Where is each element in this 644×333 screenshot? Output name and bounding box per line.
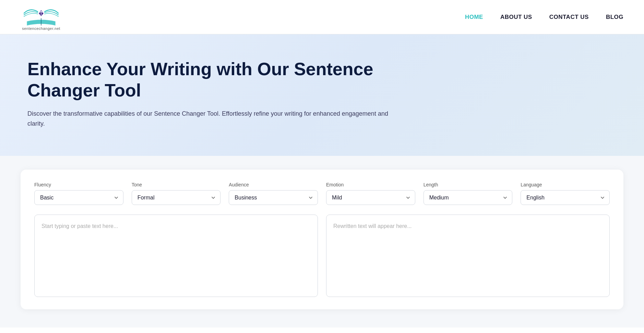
nav-about[interactable]: ABOUT US bbox=[500, 14, 532, 21]
fluency-select[interactable]: Basic Standard Advanced Expert bbox=[34, 190, 123, 205]
output-textarea[interactable] bbox=[326, 215, 610, 297]
emotion-group: Emotion Mild Neutral Strong Passionate bbox=[326, 182, 415, 205]
tone-select[interactable]: Formal Informal Professional Casual bbox=[132, 190, 221, 205]
language-group: Language English Spanish French German I… bbox=[521, 182, 610, 205]
fluency-label: Fluency bbox=[34, 182, 123, 187]
hero-section: Enhance Your Writing with Our Sentence C… bbox=[0, 34, 644, 156]
main-nav: HOME ABOUT US CONTACT US BLOG bbox=[465, 14, 623, 21]
audience-select[interactable]: Business Academic General Technical bbox=[229, 190, 318, 205]
emotion-select[interactable]: Mild Neutral Strong Passionate bbox=[326, 190, 415, 205]
header: sentencechanger.net HOME ABOUT US CONTAC… bbox=[0, 0, 644, 34]
dropdowns-row: Fluency Basic Standard Advanced Expert T… bbox=[34, 182, 610, 205]
tone-label: Tone bbox=[132, 182, 221, 187]
tone-group: Tone Formal Informal Professional Casual bbox=[132, 182, 221, 205]
nav-blog[interactable]: BLOG bbox=[606, 14, 623, 21]
logo-text: sentencechanger.net bbox=[22, 26, 60, 31]
tool-section: Fluency Basic Standard Advanced Expert T… bbox=[0, 156, 644, 328]
nav-home[interactable]: HOME bbox=[465, 14, 483, 21]
length-label: Length bbox=[424, 182, 513, 187]
nav-contact[interactable]: CONTACT US bbox=[549, 14, 589, 21]
audience-group: Audience Business Academic General Techn… bbox=[229, 182, 318, 205]
fluency-group: Fluency Basic Standard Advanced Expert bbox=[34, 182, 123, 205]
emotion-label: Emotion bbox=[326, 182, 415, 187]
length-group: Length Short Medium Long Very Long bbox=[424, 182, 513, 205]
hero-title: Enhance Your Writing with Our Sentence C… bbox=[27, 58, 405, 101]
hero-subtitle: Discover the transformative capabilities… bbox=[27, 109, 405, 129]
audience-label: Audience bbox=[229, 182, 318, 187]
textareas-row bbox=[34, 215, 610, 297]
language-select[interactable]: English Spanish French German Italian bbox=[521, 190, 610, 205]
tool-card: Fluency Basic Standard Advanced Expert T… bbox=[21, 170, 623, 309]
length-select[interactable]: Short Medium Long Very Long bbox=[424, 190, 513, 205]
language-label: Language bbox=[521, 182, 610, 187]
logo-icon bbox=[21, 4, 62, 28]
input-textarea[interactable] bbox=[34, 215, 318, 297]
logo[interactable]: sentencechanger.net bbox=[21, 4, 62, 31]
